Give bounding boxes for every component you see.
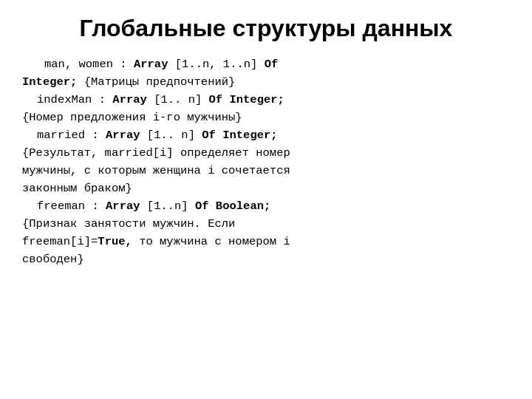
bold-text: Integer; xyxy=(22,75,77,89)
normal-text: {Матрицы предпочтений} xyxy=(77,75,235,89)
code-line-line9: freeman : Array [1..n] Of Boolean; xyxy=(37,197,510,215)
code-line-line11: freeman[i]=True, то мужчина с номером i xyxy=(22,233,510,250)
code-line-line10: {Признак занятости мужчин. Если xyxy=(22,215,510,233)
normal-text: : xyxy=(120,58,134,71)
bold-text: Of Integer; xyxy=(209,93,284,106)
normal-text: [1..n, 1..n] xyxy=(168,58,264,71)
code-line-line5: married : Array [1.. n] Of Integer; xyxy=(37,126,510,144)
bold-text: Of Boolean; xyxy=(195,200,270,213)
code-line-line2: Integer; {Матрицы предпочтений} xyxy=(22,73,510,91)
normal-text: [1.. n] xyxy=(147,93,209,106)
normal-text: freeman xyxy=(37,200,92,213)
code-line-line7: мужчины, с которым женщина i сочетается xyxy=(22,162,510,180)
code-line-line12: свободен} xyxy=(22,250,510,268)
normal-text: [1.. n] xyxy=(140,129,202,142)
bold-text: Array xyxy=(106,200,140,213)
bold-text: Array xyxy=(134,58,168,71)
code-line-line8: законным браком} xyxy=(22,180,510,197)
code-line-line1: man, women : Array [1..n, 1..n] Of xyxy=(44,55,510,73)
bold-text: True, xyxy=(98,235,132,248)
normal-text: мужчины, с которым женщина i сочетается xyxy=(22,164,290,177)
code-line-line3: indexMan : Array [1.. n] Of Integer; xyxy=(37,91,510,109)
bold-text: Array xyxy=(112,93,147,106)
normal-text: : xyxy=(99,93,113,106)
normal-text: : xyxy=(92,200,106,213)
normal-text: законным браком} xyxy=(22,182,132,195)
normal-text: married xyxy=(37,129,92,142)
normal-text: {Результат, married[i] определяет номер xyxy=(22,146,290,160)
normal-text: {Номер предложения i-го мужчины} xyxy=(22,111,242,124)
content-block: man, women : Array [1..n, 1..n] OfIntege… xyxy=(22,55,510,268)
normal-text: {Признак занятости мужчин. Если xyxy=(22,217,235,231)
normal-text: freeman[i]= xyxy=(22,235,98,248)
page-title: Глобальные структуры данных xyxy=(22,15,510,42)
normal-text: man, women xyxy=(44,58,120,71)
normal-text: : xyxy=(92,129,106,142)
code-line-line4: {Номер предложения i-го мужчины} xyxy=(22,109,510,126)
normal-text: [1..n] xyxy=(140,200,195,213)
code-line-line6: {Результат, married[i] определяет номер xyxy=(22,144,510,162)
bold-text: Of Integer; xyxy=(202,129,277,142)
page: Глобальные структуры данных man, women :… xyxy=(0,0,532,399)
normal-text: indexMan xyxy=(37,93,99,106)
normal-text: свободен} xyxy=(22,253,84,266)
bold-text: Of xyxy=(265,58,279,71)
normal-text: то мужчина с номером i xyxy=(132,235,290,248)
bold-text: Array xyxy=(106,129,140,142)
